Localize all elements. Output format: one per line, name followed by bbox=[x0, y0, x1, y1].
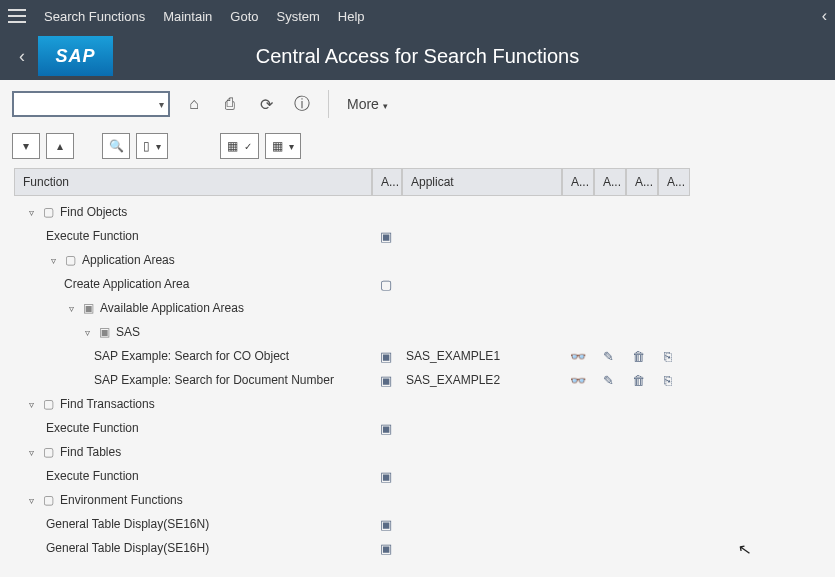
execute-icon[interactable]: ▣ bbox=[372, 541, 400, 556]
folder-icon: ▢ bbox=[40, 396, 56, 412]
chevron-down-icon: ▾ bbox=[159, 99, 164, 110]
app-code: SAS_EXAMPLE2 bbox=[402, 373, 562, 387]
tree-find-transactions[interactable]: Find Transactions bbox=[60, 397, 155, 411]
execute-icon[interactable]: ▣ bbox=[372, 349, 400, 364]
command-field[interactable]: ▾ bbox=[12, 91, 170, 117]
delete-icon[interactable]: 🗑 bbox=[624, 373, 652, 388]
info-icon[interactable]: ⓘ bbox=[290, 92, 314, 116]
col-applicat[interactable]: Applicat bbox=[402, 168, 562, 196]
expand-all-button[interactable]: ▾ bbox=[12, 133, 40, 159]
tree-sap-example2[interactable]: SAP Example: Search for Document Number bbox=[94, 373, 334, 387]
tree-execute-function[interactable]: Execute Function bbox=[46, 469, 139, 483]
expand-icon[interactable]: ▿ bbox=[24, 445, 38, 459]
menu-goto[interactable]: Goto bbox=[230, 9, 258, 24]
column-config-button[interactable]: ▯▾ bbox=[136, 133, 168, 159]
folder-icon: ▢ bbox=[40, 204, 56, 220]
tree-environment-functions[interactable]: Environment Functions bbox=[60, 493, 183, 507]
chevron-down-icon: ▾ bbox=[383, 101, 388, 111]
tree-se16h[interactable]: General Table Display(SE16H) bbox=[46, 541, 209, 555]
col-a3[interactable]: A... bbox=[626, 168, 658, 196]
search-button[interactable]: 🔍 bbox=[102, 133, 130, 159]
col-a1[interactable]: A... bbox=[562, 168, 594, 196]
folder-icon: ▣ bbox=[96, 324, 112, 340]
tree-find-tables[interactable]: Find Tables bbox=[60, 445, 121, 459]
menu-maintain[interactable]: Maintain bbox=[163, 9, 212, 24]
edit-icon[interactable]: ✎ bbox=[594, 349, 622, 364]
tree-execute-function[interactable]: Execute Function bbox=[46, 421, 139, 435]
col-a4[interactable]: A... bbox=[658, 168, 690, 196]
col-action[interactable]: A... bbox=[372, 168, 402, 196]
tree-create-application-area[interactable]: Create Application Area bbox=[64, 277, 189, 291]
copy-icon[interactable]: ⎘ bbox=[654, 349, 682, 364]
tree-execute-function[interactable]: Execute Function bbox=[46, 229, 139, 243]
edit-icon[interactable]: ✎ bbox=[594, 373, 622, 388]
home-icon[interactable]: ⌂ bbox=[182, 92, 206, 116]
execute-icon[interactable]: ▣ bbox=[372, 469, 400, 484]
create-icon[interactable]: ▢ bbox=[372, 277, 400, 292]
more-button[interactable]: More▾ bbox=[347, 96, 388, 112]
expand-icon[interactable]: ▿ bbox=[24, 205, 38, 219]
folder-icon: ▣ bbox=[80, 300, 96, 316]
tree-application-areas[interactable]: Application Areas bbox=[82, 253, 175, 267]
folder-icon: ▢ bbox=[40, 492, 56, 508]
folder-icon: ▢ bbox=[40, 444, 56, 460]
tree-find-objects[interactable]: Find Objects bbox=[60, 205, 127, 219]
display-icon[interactable]: 👓 bbox=[564, 349, 592, 364]
collapse-all-button[interactable]: ▴ bbox=[46, 133, 74, 159]
back-button[interactable]: ‹ bbox=[10, 44, 34, 68]
copy-icon[interactable]: ⎘ bbox=[654, 373, 682, 388]
expand-icon[interactable]: ▿ bbox=[24, 397, 38, 411]
sap-logo: SAP bbox=[38, 36, 113, 76]
app-code: SAS_EXAMPLE1 bbox=[402, 349, 562, 363]
page-title: Central Access for Search Functions bbox=[256, 45, 579, 68]
refresh-icon[interactable]: ⟳ bbox=[254, 92, 278, 116]
grid-view-button[interactable]: ▦✓ bbox=[220, 133, 259, 159]
menu-close-icon[interactable]: ‹ bbox=[822, 7, 827, 25]
display-icon[interactable]: 👓 bbox=[564, 373, 592, 388]
tree-se16n[interactable]: General Table Display(SE16N) bbox=[46, 517, 209, 531]
tree-sas[interactable]: SAS bbox=[116, 325, 140, 339]
delete-icon[interactable]: 🗑 bbox=[624, 349, 652, 364]
menu-search-functions[interactable]: Search Functions bbox=[44, 9, 145, 24]
execute-icon[interactable]: ▣ bbox=[372, 421, 400, 436]
execute-icon[interactable]: ▣ bbox=[372, 517, 400, 532]
expand-icon[interactable]: ▿ bbox=[80, 325, 94, 339]
hamburger-menu[interactable] bbox=[8, 9, 26, 23]
print-icon[interactable]: ⎙ bbox=[218, 92, 242, 116]
layout-button[interactable]: ▦▾ bbox=[265, 133, 301, 159]
menu-help[interactable]: Help bbox=[338, 9, 365, 24]
col-a2[interactable]: A... bbox=[594, 168, 626, 196]
tree-available-areas[interactable]: Available Application Areas bbox=[100, 301, 244, 315]
tree-sap-example1[interactable]: SAP Example: Search for CO Object bbox=[94, 349, 289, 363]
folder-icon: ▢ bbox=[62, 252, 78, 268]
separator bbox=[328, 90, 329, 118]
expand-icon[interactable]: ▿ bbox=[46, 253, 60, 267]
expand-icon[interactable]: ▿ bbox=[64, 301, 78, 315]
expand-icon[interactable]: ▿ bbox=[24, 493, 38, 507]
execute-icon[interactable]: ▣ bbox=[372, 229, 400, 244]
execute-icon[interactable]: ▣ bbox=[372, 373, 400, 388]
col-function[interactable]: Function bbox=[14, 168, 372, 196]
menu-system[interactable]: System bbox=[277, 9, 320, 24]
